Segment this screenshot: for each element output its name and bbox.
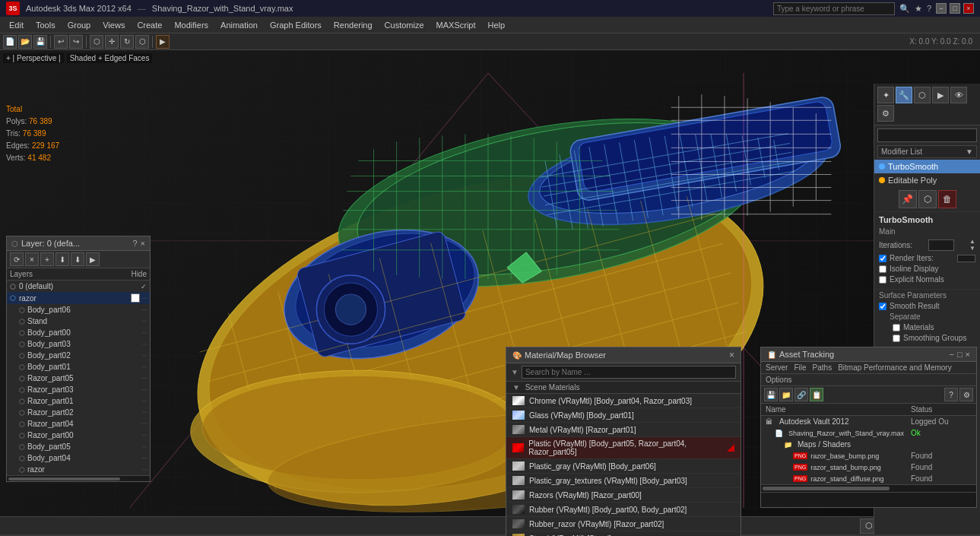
layer-item-razor2[interactable]: ⬡ razor ··· xyxy=(7,464,150,475)
asset-tool-3[interactable]: 📋 xyxy=(810,388,823,401)
rp-create-btn[interactable]: ✦ xyxy=(877,87,894,103)
modifier-turbosmooth[interactable]: TurboSmooth xyxy=(874,160,980,173)
save-btn[interactable]: 💾 xyxy=(33,35,47,49)
rotate-btn[interactable]: ↻ xyxy=(120,35,134,49)
mat-item-plastic-gray[interactable]: Plastic_gray (VRayMtl) [Body_part06] xyxy=(506,459,741,474)
mat-search-input[interactable] xyxy=(522,366,736,379)
layer-item-stand[interactable]: ⬡ Stand ··· xyxy=(7,316,150,327)
asset-item-vault[interactable]: 🏛 Autodesk Vault 2012 Logged Ou xyxy=(761,416,976,427)
layer-tool-1[interactable]: × xyxy=(25,252,39,266)
render-iters-check[interactable] xyxy=(879,255,886,262)
layer-item-razorpart03[interactable]: ⬡ Razor_part03 ··· xyxy=(7,384,150,395)
remove-modifier-btn[interactable]: 🗑 xyxy=(938,190,956,208)
rp-modify-btn[interactable]: 🔧 xyxy=(896,87,912,103)
mat-browser-close-btn[interactable]: × xyxy=(729,350,734,360)
make-unique-btn[interactable]: ⬡ xyxy=(918,190,937,208)
layer-item-default[interactable]: ⬡ 0 (default) ✓ xyxy=(7,281,150,292)
layer-item-razorpart05[interactable]: ⬡ Razor_part05 ··· xyxy=(7,373,150,384)
layer-tool-0[interactable]: ⟳ xyxy=(10,252,24,266)
isoline-display-check[interactable] xyxy=(879,265,886,273)
layer-item-razorpart00[interactable]: ⬡ Razor_part00 ··· xyxy=(7,430,150,441)
menu-group[interactable]: Group xyxy=(62,19,97,31)
asset-tool-1[interactable]: 📁 xyxy=(779,388,793,401)
render-btn[interactable]: ▶ xyxy=(156,35,170,49)
asset-item-razor-stand-diffuse[interactable]: PNG razor_stand_diffuse.png Found xyxy=(761,473,976,484)
new-btn[interactable]: 📄 xyxy=(3,35,17,49)
menu-create[interactable]: Create xyxy=(131,19,168,31)
menu-tools[interactable]: Tools xyxy=(30,19,62,31)
layer-item-bodypart01[interactable]: ⬡ Body_part01 ··· xyxy=(7,361,150,373)
asset-menu-server[interactable]: Server xyxy=(766,363,788,372)
select-btn[interactable]: ⬡ xyxy=(90,35,103,49)
menu-edit[interactable]: Edit xyxy=(3,19,30,31)
undo-btn[interactable]: ↩ xyxy=(54,35,68,49)
mat-item-plastic[interactable]: Plastic (VRayMtl) [Body_part05, Razor_pa… xyxy=(506,437,741,459)
layer-item-razorpart04[interactable]: ⬡ Razor_part04 ··· xyxy=(7,418,150,430)
mat-item-stand[interactable]: Stand (VRayMtl) [Stand] xyxy=(506,531,741,536)
materials-check-input[interactable] xyxy=(893,324,900,331)
mat-item-chrome[interactable]: Chrome (VRayMtl) [Body_part04, Razor_par… xyxy=(506,394,741,408)
asset-tool-2[interactable]: 🔗 xyxy=(794,388,808,401)
move-btn[interactable]: ✛ xyxy=(105,35,119,49)
rp-utilities-btn[interactable]: ⚙ xyxy=(877,105,894,122)
asset-item-razor-base-bump[interactable]: PNG razor_base_bump.png Found xyxy=(761,450,976,461)
rp-display-btn[interactable]: 👁 xyxy=(950,87,967,103)
render-iters-input[interactable]: 2 xyxy=(957,255,975,262)
asset-max-btn[interactable]: □ xyxy=(957,350,963,359)
layer-item-bodypart04[interactable]: ⬡ Body_part04 ··· xyxy=(7,452,150,464)
layer-item-bodypart00[interactable]: ⬡ Body_part00 ··· xyxy=(7,327,150,338)
layer-item-bodypart05[interactable]: ⬡ Body_part05 ··· xyxy=(7,441,150,452)
search-icon[interactable]: 🔍 xyxy=(899,4,910,14)
iterations-input[interactable]: 0 xyxy=(928,239,954,251)
close-button[interactable]: × xyxy=(963,3,974,14)
mat-item-glass[interactable]: Glass (VRayMtl) [Body_part01] xyxy=(506,408,741,423)
menu-rendering[interactable]: Rendering xyxy=(328,19,379,31)
asset-item-razor-stand-bump[interactable]: PNG razor_stand_bump.png Found xyxy=(761,461,976,473)
menu-animation[interactable]: Animation xyxy=(214,19,264,31)
layer-tool-4[interactable]: ⬇ xyxy=(71,252,84,266)
layer-tool-3[interactable]: ⬇ xyxy=(56,252,69,266)
mat-item-razors[interactable]: Razors (VRayMtl) [Razor_part00] xyxy=(506,488,741,503)
menu-customize[interactable]: Customize xyxy=(379,19,430,31)
asset-tool-0[interactable]: 💾 xyxy=(764,388,778,401)
mat-item-metal[interactable]: Metal (VRayMtl) [Razor_part01] xyxy=(506,423,741,437)
asset-close-btn[interactable]: × xyxy=(966,350,970,359)
menu-maxscript[interactable]: MAXScript xyxy=(430,19,482,31)
explicit-normals-check-input[interactable] xyxy=(879,276,886,284)
iterations-up[interactable]: ▲▼ xyxy=(969,238,975,252)
asset-menu-bitmap[interactable]: Bitmap Performance and Memory xyxy=(838,363,952,372)
modifier-editable-poly[interactable]: Editable Poly xyxy=(874,173,980,187)
layer-help-btn[interactable]: ? xyxy=(132,239,137,248)
mat-item-rubber[interactable]: Rubber (VRayMtl) [Body_part00, Body_part… xyxy=(506,503,741,517)
open-btn[interactable]: 📂 xyxy=(18,35,32,49)
menu-views[interactable]: Views xyxy=(97,19,131,31)
modifier-list-dropdown-icon[interactable]: ▼ xyxy=(966,147,973,156)
mat-item-rubber-razor[interactable]: Rubber_razor (VRayMtl) [Razor_part02] xyxy=(506,517,741,531)
layer-add-btn[interactable]: + xyxy=(40,252,54,266)
layer-tool-5[interactable]: ▶ xyxy=(86,252,100,266)
smoothing-groups-check-input[interactable] xyxy=(893,335,900,342)
asset-item-maxfile[interactable]: 📄 Shaving_Razor_with_Stand_vray.max Ok xyxy=(761,427,976,439)
mat-item-plastic-gray-tex[interactable]: Plastic_gray_textures (VRayMtl) [Body_pa… xyxy=(506,474,741,488)
menu-modifiers[interactable]: Modifiers xyxy=(168,19,214,31)
pin-stack-btn[interactable]: 📌 xyxy=(899,190,917,208)
minimize-button[interactable]: − xyxy=(936,3,947,14)
star-icon[interactable]: ★ xyxy=(915,4,922,14)
maximize-button[interactable]: □ xyxy=(950,3,960,14)
asset-help-btn[interactable]: ? xyxy=(944,388,958,401)
asset-search-input[interactable] xyxy=(761,493,976,507)
layer-item-razor[interactable]: ⬡ razor ··· xyxy=(7,292,150,304)
layer-item-razorpart01[interactable]: ⬡ Razor_part01 ··· xyxy=(7,395,150,407)
rp-hierarchy-btn[interactable]: ⬡ xyxy=(914,87,931,103)
asset-scrollbar[interactable] xyxy=(761,484,976,492)
layer-item-bodypart03[interactable]: ⬡ Body_part03 ··· xyxy=(7,338,150,350)
asset-menu-file[interactable]: File xyxy=(794,363,806,372)
redo-btn[interactable]: ↪ xyxy=(69,35,83,49)
rp-motion-btn[interactable]: ▶ xyxy=(932,87,949,103)
layer-item-bodypart02[interactable]: ⬡ Body_part02 ··· xyxy=(7,350,150,361)
asset-settings-btn[interactable]: ⚙ xyxy=(959,388,973,401)
menu-help[interactable]: Help xyxy=(482,19,512,31)
smooth-result-check-input[interactable] xyxy=(879,303,886,310)
layer-item-razorpart02[interactable]: ⬡ Razor_part02 ··· xyxy=(7,407,150,418)
scale-btn[interactable]: ⬡ xyxy=(135,35,149,49)
